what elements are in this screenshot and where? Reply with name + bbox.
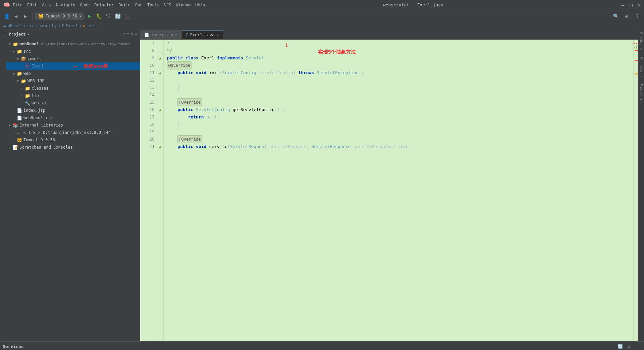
breadcrumb-sep4: ›: [58, 23, 60, 28]
breadcrumb-com[interactable]: com: [40, 23, 47, 28]
tree-webinf[interactable]: ▼ 📁 WEB-INF: [6, 77, 140, 85]
favorites-tab[interactable]: Favorites: [639, 84, 643, 104]
maximize-button[interactable]: □: [630, 2, 632, 8]
project-icon[interactable]: P: [0, 31, 6, 36]
main-toolbar: 👤 ◀ ▶ 🐱 Tomcat 9.0.36 ▾ ▶ 🐛 🛡 🔄 ⬛ 🔍 ⚙ ?: [0, 10, 644, 22]
code-line-12: [167, 77, 630, 84]
new-class-annotation: 新建java类: [83, 63, 108, 69]
breadcrumb-init[interactable]: m: [83, 23, 85, 28]
gutter: ▲ ▲ ▲ ▲: [157, 40, 164, 341]
project-add-btn[interactable]: ⊕: [123, 32, 125, 37]
breadcrumb-exer1[interactable]: Exer1: [66, 23, 78, 28]
tree-web[interactable]: ▼ 📁 web: [6, 70, 140, 77]
settings-button[interactable]: ⚙: [623, 12, 631, 20]
code-content[interactable]: * */ public class Exer1 implements Servl…: [164, 40, 633, 341]
jsp-tab-icon: 📄: [144, 33, 149, 37]
tree-iml[interactable]: 📄 webDemo1.iml: [6, 114, 140, 121]
editor-tabs: 📄 index.jsp ✕ C Exer1.java ✕: [140, 30, 638, 40]
services-settings-btn[interactable]: ⚙: [625, 343, 633, 350]
services-toolbar: 🔄 ⚙ —: [616, 343, 641, 350]
tree-tomcat[interactable]: ▷ 🐱 Tomcat 9.0.36: [6, 136, 140, 144]
tree-arrow: ▼: [13, 50, 17, 53]
toolbar-right: 🔍 ⚙ ?: [612, 12, 641, 20]
minimize-button[interactable]: —: [622, 2, 624, 8]
error-count: ⚠3: [633, 40, 638, 45]
title-bar-menus: File Edit View Navigate Code Refactor Bu…: [13, 3, 205, 7]
lib-icon: 📁: [25, 93, 30, 98]
structure-tab[interactable]: Structure: [639, 57, 643, 77]
services-refresh-btn[interactable]: 🔄: [616, 343, 624, 350]
breadcrumb-src[interactable]: src: [27, 23, 35, 28]
menu-build[interactable]: Build: [118, 3, 130, 7]
code-line-19: [167, 128, 630, 136]
code-line-16: public ServletConfig getServletConfig() …: [167, 106, 630, 113]
tab-indexjsp[interactable]: 📄 index.jsp ✕: [140, 30, 182, 39]
tab-indexjsp-close[interactable]: ✕: [175, 33, 177, 37]
menu-navigate[interactable]: Navigate: [56, 3, 75, 7]
breadcrumb-bj[interactable]: bj: [52, 23, 57, 28]
project-tree: ▼ 📁 webDemo1 D:\ruanjian\idea\work\webse…: [6, 39, 140, 341]
side-icons: P: [0, 30, 6, 341]
tree-lib[interactable]: ▷ 📁 lib: [6, 92, 140, 99]
toolbar-sync[interactable]: 🔄: [114, 12, 122, 20]
webinf-icon: 📁: [21, 79, 26, 84]
tree-extlibs[interactable]: ▼ 📚 External Libraries: [6, 121, 140, 129]
line16-icon: ▲: [159, 107, 161, 112]
project-collapse-btn[interactable]: ≡: [127, 32, 129, 37]
services-close-btn[interactable]: —: [634, 343, 641, 350]
tree-combj[interactable]: ▼ 📦 com.bj: [6, 55, 140, 62]
tree-jdk[interactable]: ▷ ☕ < 1.8 > D:\ruanjian\jdk\jdk1.8.0_144: [6, 129, 140, 136]
help-button[interactable]: ?: [633, 12, 641, 20]
close-button[interactable]: ✕: [638, 2, 641, 8]
tree-scratches[interactable]: ▷ 📝 Scratches and Consoles: [6, 144, 140, 151]
breadcrumb-sep1: ›: [23, 23, 26, 28]
menu-run[interactable]: Run: [135, 3, 143, 7]
toolbar-btn-1[interactable]: 👤: [3, 12, 11, 20]
tree-arrow: ▼: [13, 72, 17, 76]
stop-button[interactable]: ⬛: [123, 12, 131, 20]
code-line-17: return null;: [167, 113, 630, 121]
database-tab[interactable]: Database: [639, 32, 643, 50]
tree-webdemo1[interactable]: ▼ 📁 webDemo1 D:\ruanjian\idea\work\webse…: [6, 40, 140, 48]
breadcrumb: webDemo1 › src › com › bj › C Exer1 › m …: [0, 22, 644, 30]
search-button[interactable]: 🔍: [612, 12, 620, 20]
code-area[interactable]: 7 8 9 10 11 12 13 14 15 16 17 18 19 20 2…: [140, 40, 638, 341]
project-close-btn[interactable]: —: [135, 32, 137, 37]
tree-webxml[interactable]: 🔧 web.xml: [6, 99, 140, 107]
tree-exer1[interactable]: C Exer1 ← 新建java类: [6, 62, 140, 70]
tree-src[interactable]: ▼ 📁 src: [6, 48, 140, 55]
menu-help[interactable]: Help: [195, 3, 205, 7]
coverage-button[interactable]: 🛡: [104, 12, 112, 20]
run-config-name: Tomcat 9.0.36: [46, 14, 77, 18]
tree-classes[interactable]: ▷ 📁 classes: [6, 85, 140, 92]
menu-tools[interactable]: Tools: [147, 3, 159, 7]
tomcat-icon: 🐱: [38, 13, 44, 19]
tab-exer1java-close[interactable]: ✕: [216, 33, 219, 37]
menu-window[interactable]: Window: [176, 3, 191, 7]
tree-label-webxml: web.xml: [32, 101, 49, 105]
menu-file[interactable]: File: [13, 3, 22, 7]
run-config[interactable]: 🐱 Tomcat 9.0.36 ▾: [35, 12, 84, 20]
menu-edit[interactable]: Edit: [27, 3, 37, 7]
menu-view[interactable]: View: [42, 3, 51, 7]
menu-code[interactable]: Code: [80, 3, 90, 7]
menu-refactor[interactable]: Refactor: [94, 3, 114, 7]
run-button[interactable]: ▶: [86, 12, 94, 20]
tab-exer1java[interactable]: C Exer1.java ✕: [182, 30, 223, 39]
breadcrumb-sep3: ›: [48, 23, 51, 28]
project-settings-btn[interactable]: ⚙: [130, 32, 133, 37]
tree-label-web: web: [23, 71, 31, 76]
iml-icon: 📄: [17, 115, 22, 120]
toolbar-back[interactable]: ◀: [12, 12, 20, 20]
breadcrumb-icon: C: [62, 23, 64, 28]
line21-icon: ▲: [159, 144, 161, 149]
breadcrumb-webdemo1[interactable]: webDemo1: [3, 23, 22, 28]
project-dropdown-icon[interactable]: ▾: [27, 32, 30, 37]
tree-indexjsp[interactable]: 📄 index.jsp: [6, 107, 140, 114]
debug-button[interactable]: 🐛: [95, 12, 103, 20]
project-panel: Project ▾ ⊕ ≡ ⚙ — ▼ 📁 webDemo1 D:\ruanji…: [6, 30, 140, 341]
toolbar-forward[interactable]: ▶: [21, 12, 30, 20]
menu-vcs[interactable]: VCS: [164, 3, 171, 7]
code-line-15: @Override: [167, 99, 630, 106]
breadcrumb-init-label[interactable]: init: [87, 23, 96, 28]
